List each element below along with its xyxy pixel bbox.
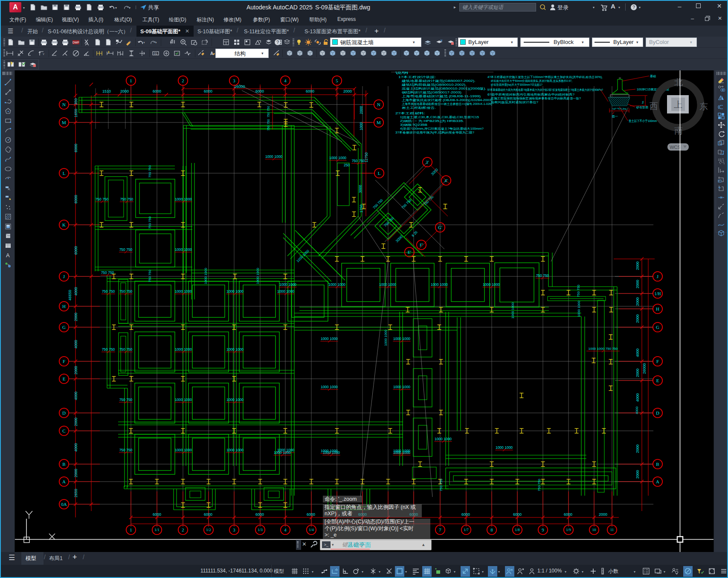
svg-text:N: N [62, 102, 66, 107]
svg-text:6000: 6000 [153, 89, 161, 93]
svg-text:350: 350 [74, 98, 78, 105]
svg-text:2000: 2000 [635, 297, 640, 306]
svg-text:2650: 2650 [74, 489, 78, 497]
svg-text:1000 1000: 1000 1000 [256, 268, 260, 284]
svg-text:2000: 2000 [120, 89, 129, 93]
svg-text:1000 1000: 1000 1000 [204, 268, 208, 284]
svg-text:1000: 1000 [359, 122, 363, 130]
svg-text:碎石最大粒径不大于50mm分层回填夯实,其设计标高,压实系数: 碎石最大粒径不大于50mm分层回填夯实,其设计标高,压实系数不0.97, [491, 79, 572, 83]
svg-text:上海市建筑抗震设计规程 (DBJ08-9-2003)(J10: 上海市建筑抗震设计规程 (DBJ08-9-2003)(J10284-2003): [402, 98, 493, 102]
svg-text:1/3: 1/3 [258, 528, 263, 532]
svg-text:K: K [62, 222, 66, 227]
svg-text:L: L [63, 171, 66, 176]
svg-text:1000 1000: 1000 1000 [321, 385, 338, 389]
svg-text:1000 1000 750 750: 1000 1000 750 750 [589, 347, 618, 351]
svg-text:基础: 基础 [650, 75, 656, 78]
svg-text:6 25: 6 25 [411, 230, 419, 238]
svg-text:砂石垫层厚度(ha)不大于3000mm?详见图1?: 砂石垫层厚度(ha)不大于3000mm?详见图1? [490, 83, 542, 87]
svg-text:1000 1000: 1000 1000 [175, 398, 192, 402]
svg-text:钢结构设计规范(GB50017-2003): 钢结构设计规范(GB50017-2003) [401, 91, 461, 94]
svg-text:5?本单体基础持力层为天然地基?地基承载力为设计值2层?反复: 5?本单体基础持力层为天然地基?地基承载力为设计值2层?反复电腐蚀桩土?地基土承… [487, 88, 603, 92]
svg-text:5: 5 [336, 78, 338, 83]
svg-text:M: M [62, 120, 66, 125]
svg-text:1000 1000: 1000 1000 [384, 330, 388, 346]
svg-text:6000: 6000 [306, 89, 314, 93]
svg-text:1000 1000: 1000 1000 [511, 302, 515, 319]
svg-text:750 750: 750 750 [148, 165, 152, 177]
svg-text:10: 10 [592, 528, 597, 532]
svg-text:E: E [656, 378, 659, 383]
svg-text:1000 1000: 1000 1000 [483, 282, 500, 287]
svg-text:6000: 6000 [74, 195, 78, 203]
svg-text:B: B [656, 462, 659, 467]
svg-text:1)混凝土:桩,C30,承,C30,板,C30,基础,C30: 1)混凝土:桩,C30,承,C30,板,C30,基础,C30,垫层?C15 [400, 115, 479, 119]
svg-text:9: 9 [542, 527, 544, 532]
svg-text:建筑结构荷载规范(GB50010-2002).: 建筑结构荷载规范(GB50010-2002). [401, 83, 467, 87]
svg-text:2000: 2000 [635, 369, 640, 377]
svg-text:1000 1000: 1000 1000 [175, 197, 192, 201]
svg-text:2000: 2000 [599, 512, 607, 517]
svg-text:J: J [657, 274, 659, 279]
svg-text:北: 北 [674, 78, 683, 87]
svg-text:G: G [656, 325, 659, 330]
svg-text:750 750: 750 750 [120, 197, 133, 201]
svg-text:B: B [62, 462, 65, 467]
svg-text:E: E [63, 376, 66, 381]
svg-text:?: ? [276, 40, 279, 45]
svg-text:M: M [377, 120, 381, 125]
svg-text:750 750: 750 750 [119, 289, 133, 293]
svg-text:上: 上 [674, 100, 682, 109]
svg-text:6000: 6000 [204, 89, 212, 93]
svg-text:750 750: 750 750 [119, 347, 133, 351]
svg-text:F': F' [420, 242, 423, 247]
svg-text:3': 3' [426, 160, 429, 165]
svg-text:6000: 6000 [513, 512, 522, 517]
svg-text:46650: 46650 [68, 290, 72, 300]
svg-text:1: 1 [130, 527, 132, 532]
svg-text:L: L [378, 171, 381, 176]
svg-text:2?本工程材料:: 2?本工程材料: [395, 112, 425, 115]
svg-text:6000: 6000 [153, 512, 161, 517]
svg-text:1000 1000: 1000 1000 [323, 450, 340, 455]
svg-text:750 750: 750 750 [401, 198, 412, 209]
svg-text:2000: 2000 [74, 366, 78, 375]
svg-text:2: 2 [182, 78, 184, 83]
svg-text:1750: 1750 [359, 204, 363, 212]
svg-text:3)钢板?Q235B: 3)钢板?Q235B [400, 123, 427, 127]
svg-text:6000: 6000 [564, 512, 572, 517]
svg-text:1000 1000: 1000 1000 [175, 247, 192, 252]
svg-text:1000 1000: 1000 1000 [577, 301, 581, 317]
svg-text:750 750: 750 750 [439, 479, 443, 491]
svg-text:南: 南 [674, 126, 683, 135]
svg-text:750 750: 750 750 [267, 106, 270, 117]
svg-text:4000: 4000 [74, 392, 78, 400]
svg-text:1000 1000: 1000 1000 [226, 398, 244, 402]
svg-text:4: 4 [284, 527, 287, 532]
svg-text:750 750: 750 750 [102, 289, 115, 293]
svg-text:1000 1000: 1000 1000 [175, 448, 192, 452]
svg-text:DWF: DWF [73, 41, 79, 44]
svg-text:D: D [656, 410, 659, 415]
svg-text:说明: 说明 [395, 71, 408, 75]
svg-text:1000 1000: 1000 1000 [277, 289, 294, 293]
svg-text:G': G' [438, 225, 442, 230]
svg-text:750 750: 750 750 [119, 448, 133, 452]
svg-text:4000: 4000 [635, 393, 640, 402]
svg-text:垫土以下不小于100mm: 垫土以下不小于100mm [629, 119, 657, 123]
svg-text:上海市地基基础设计规范 (DBJ08-11-1999): 上海市地基基础设计规范 (DBJ08-11-1999) [402, 94, 481, 98]
svg-text:1000 1000: 1000 1000 [393, 450, 410, 455]
svg-text:混凝土结构设计规范(GB50010-2001)(2006版): 混凝土结构设计规范(GB50010-2001)(2006版). [401, 87, 486, 90]
svg-text:C: C [62, 428, 65, 433]
svg-text:2000: 2000 [635, 280, 640, 288]
svg-text:1510: 1510 [102, 89, 111, 93]
svg-text:F: F [656, 359, 659, 364]
svg-text:1000 1000: 1000 1000 [393, 337, 410, 341]
svg-text:1/9: 1/9 [566, 528, 571, 532]
svg-text:26000: 26000 [642, 363, 647, 374]
svg-text:4000: 4000 [74, 287, 78, 296]
svg-text:750 750: 750 750 [96, 197, 109, 201]
svg-text:11: 11 [610, 528, 614, 532]
svg-text:图一: 图一 [612, 115, 618, 118]
svg-text:建筑地基基础设计规范(GB50007-2002).: 建筑地基基础设计规范(GB50007-2002). [401, 79, 476, 83]
svg-text:1000 1000: 1000 1000 [279, 282, 296, 287]
